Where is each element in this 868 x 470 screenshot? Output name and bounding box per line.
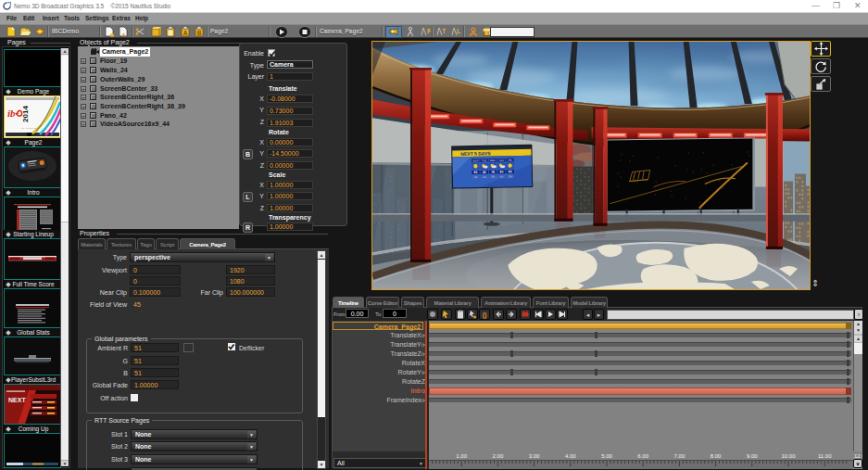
svg-text:62: 62 [474, 175, 478, 179]
svg-text:11.00: 11.00 [818, 453, 832, 459]
svg-text:WED: WED [490, 159, 496, 162]
svg-text:L: L [457, 28, 461, 34]
svg-text:82: 82 [483, 171, 486, 174]
svg-text:84: 84 [499, 170, 503, 173]
svg-text:1.00: 1.00 [456, 453, 467, 459]
svg-text:10.00: 10.00 [781, 453, 796, 459]
svg-text:7.00: 7.00 [674, 453, 686, 459]
svg-text:6.00: 6.00 [637, 453, 648, 459]
svg-text:78: 78 [491, 171, 495, 174]
svg-text:2.00: 2.00 [493, 453, 504, 459]
svg-text:A: A [121, 32, 126, 38]
svg-text:59: 59 [509, 174, 512, 178]
svg-text:5.00: 5.00 [601, 453, 612, 459]
svg-text:B: B [197, 30, 202, 36]
svg-text:82: 82 [509, 170, 512, 173]
svg-text:8.00: 8.00 [711, 453, 722, 459]
svg-text:9.00: 9.00 [747, 453, 758, 459]
svg-text:60: 60 [483, 175, 486, 179]
svg-text:NEXT 5 DAYS: NEXT 5 DAYS [460, 150, 491, 157]
svg-text:2014: 2014 [21, 106, 30, 122]
svg-text:58: 58 [491, 175, 495, 179]
svg-text:60: 60 [500, 174, 504, 178]
svg-text:13 - 17 Sep 2014: 13 - 17 Sep 2014 [21, 127, 40, 130]
svg-text:3.00: 3.00 [529, 453, 540, 459]
svg-text:TUE: TUE [482, 159, 487, 162]
svg-text:ib: ib [7, 108, 16, 119]
svg-text:F: F [427, 28, 431, 34]
svg-text:T: T [442, 28, 447, 34]
svg-text:THU: THU [498, 159, 504, 162]
svg-text:MON: MON [472, 159, 478, 162]
svg-text:A: A [183, 30, 188, 36]
svg-text:4.00: 4.00 [565, 453, 576, 459]
svg-text:85: 85 [474, 171, 478, 174]
svg-text:NEXT: NEXT [8, 397, 26, 403]
svg-text:FRI: FRI [508, 159, 512, 162]
